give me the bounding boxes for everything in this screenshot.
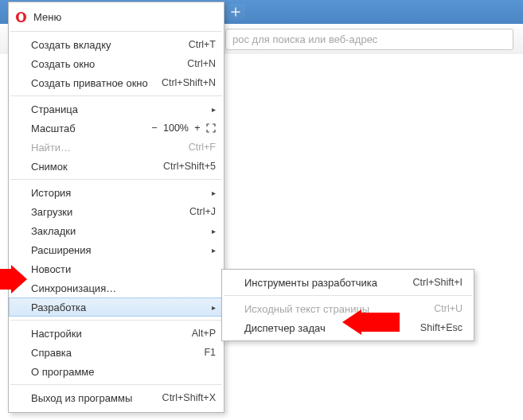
menu-item-snapshot[interactable]: Снимок Ctrl+Shift+5 [9, 157, 224, 176]
menu-item-shortcut: Ctrl+Shift+X [162, 392, 216, 403]
menu-item-extensions[interactable]: Расширения ▸ [9, 240, 224, 259]
menu-item-news[interactable]: Новости [9, 259, 224, 278]
menu-item-shortcut: Ctrl+Shift+I [412, 277, 463, 288]
menu-title: Меню [33, 11, 61, 23]
menu-separator [10, 320, 222, 321]
menu-separator [10, 179, 222, 180]
menu-item-history[interactable]: История ▸ [9, 183, 224, 202]
menu-item-label: Масштаб [31, 122, 76, 134]
menu-item-label: Создать приватное окно [31, 77, 148, 89]
menu-item-bookmarks[interactable]: Закладки ▸ [9, 221, 224, 240]
menu-item-exit[interactable]: Выход из программы Ctrl+Shift+X [9, 388, 224, 407]
menu-header: Меню [9, 6, 224, 28]
chevron-right-icon: ▸ [208, 303, 216, 312]
menu-item-label: Исходный текст страницы [244, 303, 369, 315]
submenu-item-task-manager[interactable]: Диспетчер задач Shift+Esc [222, 318, 474, 337]
menu-item-new-window[interactable]: Создать окно Ctrl+N [9, 54, 224, 73]
menu-item-shortcut: Shift+Esc [420, 322, 463, 333]
menu-item-new-tab[interactable]: Создать вкладку Ctrl+T [9, 35, 224, 54]
svg-point-3 [19, 13, 24, 20]
chevron-right-icon: ▸ [208, 246, 216, 255]
developer-submenu: Инструменты разработчика Ctrl+Shift+I Ис… [221, 269, 474, 341]
submenu-item-devtools[interactable]: Инструменты разработчика Ctrl+Shift+I [222, 273, 474, 292]
menu-item-help[interactable]: Справка F1 [9, 343, 224, 362]
menu-item-shortcut: Alt+P [192, 328, 216, 339]
menu-item-shortcut: Ctrl+U [434, 303, 463, 314]
address-bar[interactable]: рос для поиска или веб-адрес [225, 29, 513, 50]
menu-item-label: Расширения [31, 244, 92, 256]
zoom-value: 100% [163, 122, 189, 134]
menu-item-label: Выход из программы [31, 392, 132, 404]
menu-item-settings[interactable]: Настройки Alt+P [9, 324, 224, 343]
chevron-right-icon: ▸ [208, 189, 216, 197]
menu-item-sync[interactable]: Синхронизация… [9, 278, 224, 298]
menu-item-shortcut: Ctrl+J [189, 206, 216, 217]
menu-item-shortcut: Ctrl+F [189, 142, 216, 153]
menu-item-shortcut: F1 [204, 347, 216, 358]
menu-item-page[interactable]: Страница ▸ [9, 99, 224, 119]
menu-item-shortcut: Ctrl+T [189, 39, 216, 50]
menu-item-find[interactable]: Найти… Ctrl+F [9, 138, 224, 157]
menu-separator [10, 95, 222, 96]
chevron-right-icon: ▸ [208, 105, 216, 114]
menu-item-label: Закладки [31, 225, 76, 237]
menu-item-label: Синхронизация… [31, 282, 116, 294]
menu-item-label: Страница [31, 103, 78, 115]
zoom-out-button[interactable]: − [149, 122, 160, 134]
menu-item-label: Инструменты разработчика [244, 277, 377, 289]
submenu-item-view-source[interactable]: Исходный текст страницы Ctrl+U [222, 299, 474, 318]
menu-item-label: Создать вкладку [31, 39, 111, 51]
menu-item-label: Справка [31, 347, 72, 359]
new-tab-button[interactable] [225, 4, 245, 20]
menu-item-shortcut: Ctrl+N [187, 58, 216, 69]
menu-item-developer[interactable]: Разработка ▸ [9, 298, 224, 317]
fullscreen-icon[interactable] [206, 123, 216, 133]
menu-item-downloads[interactable]: Загрузки Ctrl+J [9, 202, 224, 221]
menu-item-label: Разработка [31, 301, 86, 313]
zoom-in-button[interactable]: + [192, 122, 203, 134]
menu-item-zoom[interactable]: Масштаб − 100% + [9, 119, 224, 138]
menu-item-label: История [31, 187, 71, 199]
menu-item-label: Создать окно [31, 58, 95, 70]
menu-item-shortcut: Ctrl+Shift+5 [163, 161, 216, 172]
menu-separator [10, 384, 222, 385]
menu-item-shortcut: Ctrl+Shift+N [162, 77, 216, 88]
menu-separator [10, 31, 222, 32]
menu-item-label: Настройки [31, 328, 82, 340]
menu-item-label: О программе [31, 366, 95, 378]
menu-item-label: Загрузки [31, 206, 72, 218]
menu-item-new-private-window[interactable]: Создать приватное окно Ctrl+Shift+N [9, 73, 224, 92]
opera-logo-icon [15, 11, 27, 23]
menu-item-label: Найти… [31, 142, 71, 154]
chevron-right-icon: ▸ [208, 227, 216, 235]
main-menu: Меню Создать вкладку Ctrl+T Создать окно… [8, 2, 224, 413]
menu-item-about[interactable]: О программе [9, 362, 224, 381]
menu-item-label: Новости [31, 263, 71, 275]
menu-item-label: Диспетчер задач [244, 322, 326, 334]
menu-item-label: Снимок [31, 161, 68, 173]
menu-separator [224, 295, 472, 296]
